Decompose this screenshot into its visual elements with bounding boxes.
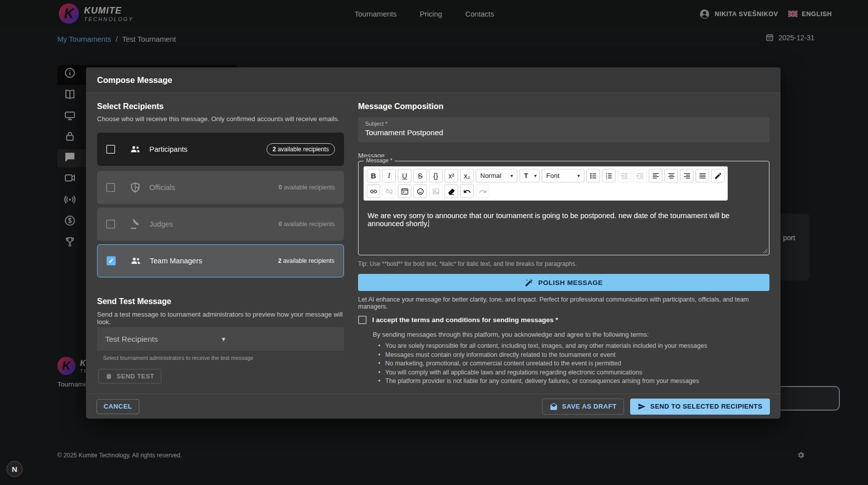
terms-checkbox[interactable] [358, 316, 367, 324]
terms-item: The platform provider is not liable for … [378, 377, 707, 384]
send-test-button[interactable]: SEND TEST [98, 369, 161, 383]
terms-checkbox-label: I accept the terms and conditions for se… [372, 316, 558, 324]
editor-toolbar: B I U S {} x² x₂ Normal▾ T▾ [364, 166, 728, 201]
undo-button[interactable] [460, 184, 474, 198]
emoji-button[interactable] [413, 184, 427, 198]
dev-indicator-badge[interactable]: N [7, 461, 23, 477]
recipients-count: 0 available recipients [279, 221, 335, 228]
test-recipients-select[interactable]: Test Recipients ▼ [97, 327, 344, 351]
subject-field[interactable]: Subject * Tournament Postponed [358, 117, 769, 142]
numbered-list-button[interactable] [602, 169, 616, 182]
align-center-button[interactable] [664, 169, 678, 182]
team-managers-checkbox[interactable]: ✓ [107, 256, 116, 265]
bullet-list-button[interactable] [586, 169, 600, 182]
message-composition-title: Message Composition [358, 102, 444, 111]
svg-text:#_: #_ [403, 190, 406, 194]
recipients-count: 2 available recipients [278, 257, 334, 264]
message-field-label: Message * [364, 157, 395, 163]
recipient-group-officials: Officials 0 available recipients [97, 171, 344, 204]
cancel-button[interactable]: CANCEL [97, 399, 139, 414]
dialog-title: Compose Message [97, 75, 172, 85]
formatting-tip: Tip: Use **bold** for bold text, *italic… [358, 260, 577, 267]
message-textarea[interactable]: We are very sorry to announce that our t… [360, 205, 768, 254]
insert-link-button[interactable] [367, 184, 380, 198]
chevron-down-icon: ▼ [221, 336, 336, 343]
test-recipients-helper: Select tournament administrators to rece… [103, 355, 253, 361]
polish-message-button[interactable]: POLISH MESSAGE [358, 274, 769, 291]
terms-list: You are solely responsible for all conte… [378, 342, 707, 386]
test-recipients-label: Test Recipients [105, 335, 221, 344]
text-cursor [428, 220, 429, 227]
bug-icon [105, 372, 113, 380]
recipient-group-team-managers[interactable]: ✓ Team Managers 2 available recipients [97, 244, 344, 277]
subject-label: Subject * [365, 121, 762, 127]
insert-variable-button[interactable]: #_ [398, 184, 411, 198]
message-text: We are very sorry to announce that our t… [368, 212, 730, 228]
terms-item: You are solely responsible for all conte… [378, 342, 707, 349]
subscript-button[interactable]: x₂ [460, 169, 474, 182]
superscript-button[interactable]: x² [445, 169, 458, 182]
resize-grip[interactable] [762, 248, 767, 253]
shield-icon [129, 181, 141, 193]
recipient-group-judges: Judges 0 available recipients [97, 208, 344, 241]
people-icon [130, 255, 142, 267]
subject-value: Tournament Postponed [365, 128, 762, 137]
align-justify-button[interactable] [696, 169, 709, 182]
terms-checkbox-row: I accept the terms and conditions for se… [358, 316, 558, 324]
text-color-pen-button[interactable] [711, 169, 725, 182]
send-to-recipients-button[interactable]: SEND TO SELECTED RECIPIENTS [630, 399, 770, 415]
underline-button[interactable]: U [398, 169, 411, 182]
align-left-button[interactable] [649, 169, 662, 182]
indent-button[interactable] [633, 169, 647, 182]
remove-link-button[interactable] [382, 184, 396, 198]
code-block-button[interactable]: {} [429, 169, 443, 182]
people-icon [129, 143, 141, 155]
terms-item: You will comply with all applicable laws… [378, 369, 707, 376]
bold-button[interactable]: B [367, 169, 380, 182]
group-label: Participants [149, 145, 267, 153]
group-label: Officials [149, 183, 279, 191]
select-recipients-description: Choose who will receive this message. On… [97, 115, 344, 123]
message-editor: Message * B I U S {} x² x₂ Normal▾ [358, 161, 769, 255]
terms-item: No marketing, promotional, or commercial… [378, 360, 707, 367]
compose-message-dialog: Compose Message Select Recipients Choose… [86, 67, 780, 419]
caret-down-icon: ▾ [534, 173, 537, 178]
group-label: Judges [149, 220, 279, 228]
text-size-select[interactable]: T▾ [519, 169, 540, 182]
polish-description: Let AI enhance your message for better c… [358, 296, 769, 310]
screen: K KUMITE TECHNOLOGY Tournaments Pricing … [0, 0, 868, 485]
insert-image-button[interactable] [429, 184, 443, 198]
strikethrough-button[interactable]: S [413, 169, 427, 182]
caret-down-icon: ▾ [510, 173, 513, 178]
outdent-button[interactable] [618, 169, 631, 182]
clear-format-eraser-button[interactable] [445, 184, 458, 198]
italic-button[interactable]: I [382, 169, 396, 182]
recipients-count-badge: 2 available recipients [267, 143, 335, 155]
group-label: Team Managers [150, 257, 278, 265]
recipients-count: 0 available recipients [279, 184, 335, 191]
judges-checkbox [106, 220, 115, 229]
paragraph-style-select[interactable]: Normal▾ [476, 169, 517, 182]
officials-checkbox [106, 183, 115, 192]
caret-down-icon: ▾ [577, 173, 580, 178]
magic-wand-icon [525, 278, 533, 287]
terms-item: Messages must contain only information d… [378, 351, 707, 358]
gavel-icon [129, 218, 141, 230]
terms-intro: By sending messages through this platfor… [373, 331, 649, 338]
send-test-title: Send Test Message [97, 297, 171, 306]
recipient-group-participants[interactable]: Participants 2 available recipients [97, 133, 344, 166]
align-right-button[interactable] [680, 169, 693, 182]
drafts-icon [550, 403, 558, 411]
participants-checkbox[interactable] [106, 145, 115, 154]
save-as-draft-button[interactable]: SAVE AS DRAFT [542, 399, 624, 415]
send-test-description: Send a test message to tournament admini… [97, 311, 344, 326]
send-icon [638, 403, 646, 411]
redo-button[interactable] [476, 184, 489, 198]
select-recipients-title: Select Recipients [97, 102, 164, 111]
dialog-header: Compose Message [86, 67, 780, 93]
font-family-select[interactable]: Font▾ [542, 169, 584, 182]
dialog-footer: CANCEL SAVE AS DRAFT SEND TO SELECTED RE… [86, 394, 780, 419]
